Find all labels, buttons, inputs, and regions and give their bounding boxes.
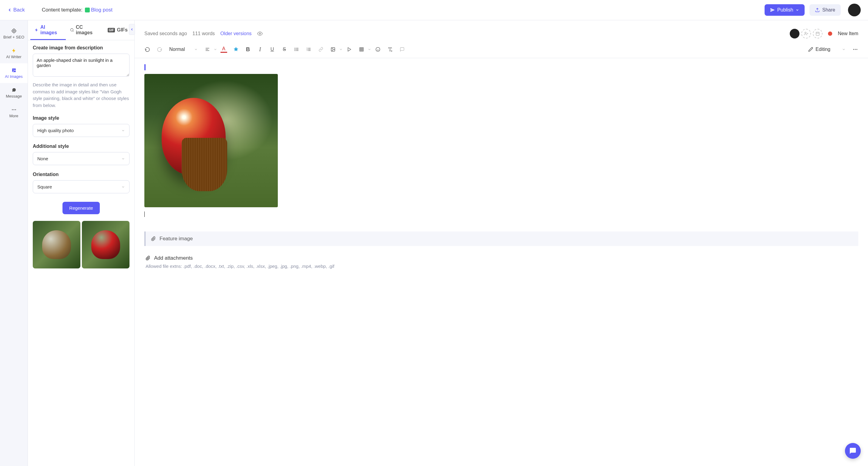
align-button[interactable] — [202, 44, 217, 55]
upload-icon — [815, 7, 820, 12]
svg-point-34 — [332, 48, 332, 49]
status-indicator — [828, 32, 832, 36]
format-select[interactable]: Normal — [166, 45, 201, 54]
prompt-label: Create image from description — [33, 45, 129, 51]
chevron-down-icon — [194, 47, 198, 51]
add-attachments-button[interactable]: Add attachments — [146, 255, 857, 261]
image-style-select[interactable]: High quality photo — [33, 124, 129, 137]
chevron-down-icon — [121, 129, 125, 132]
text-color-button[interactable]: A — [218, 46, 229, 53]
chevron-down-icon — [368, 47, 371, 51]
svg-rect-14 — [816, 32, 819, 35]
svg-point-21 — [295, 48, 295, 48]
bolt-icon — [11, 48, 17, 53]
svg-point-0 — [12, 29, 16, 33]
svg-point-23 — [295, 49, 295, 49]
comment-button[interactable] — [397, 44, 408, 55]
pencil-icon — [808, 47, 813, 52]
svg-marker-35 — [348, 47, 350, 51]
additional-style-label: Additional style — [33, 144, 129, 149]
image-icon — [11, 68, 17, 73]
svg-line-12 — [73, 31, 73, 32]
prompt-hint: Describe the image in detail and then us… — [33, 81, 129, 109]
orientation-select[interactable]: Square — [33, 180, 129, 193]
numbered-list-button[interactable]: 123 — [303, 44, 314, 55]
svg-point-25 — [295, 50, 295, 51]
svg-rect-36 — [360, 47, 363, 51]
more-tools-button[interactable] — [850, 44, 861, 55]
generated-thumbnail-1[interactable] — [33, 221, 81, 268]
link-button[interactable] — [315, 44, 326, 55]
svg-point-7 — [13, 69, 13, 70]
back-label: Back — [13, 7, 25, 13]
bolt-icon — [35, 28, 38, 32]
nav-message[interactable]: Message — [0, 83, 28, 103]
tab-gifs[interactable]: GIF GIFs — [103, 20, 132, 40]
user-avatar[interactable] — [848, 4, 861, 16]
italic-button[interactable]: I — [255, 44, 266, 55]
nav-brief-seo[interactable]: Brief + SEO — [0, 24, 28, 44]
style-label: Image style — [33, 115, 129, 121]
nav-more[interactable]: More — [0, 103, 28, 123]
editing-mode-select[interactable]: Editing — [805, 45, 848, 54]
visibility-icon[interactable] — [257, 31, 262, 36]
extensions-hint: Allowed file extns: .pdf, .doc, .docx, .… — [146, 264, 857, 269]
collaborator-avatar[interactable] — [790, 29, 800, 38]
clear-format-button[interactable] — [384, 44, 396, 55]
template-prefix: Content template: — [42, 7, 83, 13]
generated-thumbnail-2[interactable] — [82, 221, 129, 268]
send-icon — [770, 7, 775, 12]
word-count: 111 words — [193, 31, 215, 36]
bold-button[interactable]: B — [243, 44, 253, 55]
template-link[interactable]: Blog post — [85, 7, 113, 13]
bullet-list-button[interactable] — [291, 44, 302, 55]
regenerate-button[interactable]: Regenerate — [62, 202, 99, 214]
tab-cc-images[interactable]: CC images — [66, 20, 103, 40]
target-icon — [11, 28, 17, 34]
collapse-sidebar-button[interactable] — [129, 24, 135, 35]
blog-icon — [85, 7, 90, 12]
nav-ai-writer[interactable]: AI Writer — [0, 44, 28, 63]
nav-ai-images[interactable]: AI Images — [0, 63, 28, 83]
chevron-left-icon — [130, 28, 134, 31]
back-button[interactable]: Back — [7, 7, 25, 13]
share-button[interactable]: Share — [809, 4, 841, 16]
add-date-button[interactable] — [813, 29, 823, 38]
table-button[interactable] — [356, 44, 371, 55]
prompt-textarea[interactable] — [33, 54, 129, 77]
paperclip-icon — [151, 236, 156, 241]
chevron-down-icon — [842, 47, 845, 51]
status-label[interactable]: New Item — [838, 31, 858, 36]
strikethrough-button[interactable]: S — [279, 44, 290, 55]
svg-point-41 — [376, 47, 380, 51]
text-cursor — [144, 211, 145, 217]
saved-status: Saved seconds ago — [144, 31, 187, 36]
redo-button[interactable] — [154, 44, 165, 55]
svg-point-13 — [259, 33, 260, 35]
image-insert-button[interactable] — [328, 44, 343, 55]
underline-button[interactable]: U — [267, 44, 278, 55]
tab-ai-images[interactable]: AI images — [30, 20, 66, 40]
older-versions-link[interactable]: Older versions — [220, 31, 251, 36]
svg-point-10 — [15, 109, 16, 110]
editor-cursor-block — [144, 64, 146, 70]
highlight-button[interactable] — [230, 44, 241, 55]
feature-image-section[interactable]: Feature image — [144, 232, 858, 246]
chevron-down-icon — [214, 47, 217, 51]
add-collaborator-button[interactable] — [801, 29, 811, 38]
content-template: Content template: Blog post — [42, 7, 113, 13]
svg-point-11 — [71, 29, 73, 31]
inserted-image[interactable] — [144, 74, 278, 207]
emoji-button[interactable] — [372, 44, 383, 55]
video-button[interactable] — [344, 44, 355, 55]
publish-button[interactable]: Publish — [765, 4, 805, 16]
undo-button[interactable] — [142, 44, 153, 55]
additional-style-select[interactable]: None — [33, 152, 129, 165]
orientation-label: Orientation — [33, 172, 129, 177]
chat-icon — [849, 447, 857, 455]
gif-icon: GIF — [108, 28, 115, 32]
chevron-down-icon — [121, 185, 125, 189]
svg-point-9 — [13, 109, 14, 110]
help-chat-button[interactable] — [845, 443, 861, 459]
chevron-down-icon — [121, 157, 125, 161]
